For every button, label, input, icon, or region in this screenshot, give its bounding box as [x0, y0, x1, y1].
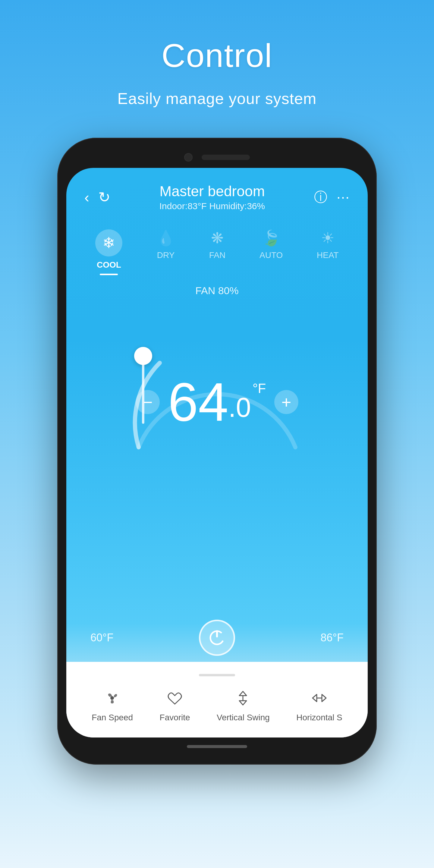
- horizontal-swing-label: Horizontal S: [296, 713, 342, 722]
- fan-icon: ❋: [211, 229, 224, 247]
- bottom-panel: Fan Speed Favorite: [66, 662, 368, 738]
- phone-mockup: ‹ ↻ Master bedroom Indoor:83°F Humidity:…: [57, 138, 377, 765]
- phone-top-bar: [66, 147, 368, 168]
- favorite-icon: [165, 688, 185, 708]
- fan-label: FAN: [209, 250, 225, 260]
- mode-tab-auto[interactable]: 🍃 AUTO: [253, 226, 289, 273]
- mode-tab-fan[interactable]: ❋ FAN: [203, 226, 231, 273]
- heat-label: HEAT: [317, 250, 339, 260]
- refresh-button[interactable]: ↻: [98, 189, 110, 206]
- mode-tab-dry[interactable]: 💧 DRY: [150, 226, 181, 273]
- temp-range-row: 60°F 86°F: [66, 620, 368, 656]
- page-header: Control Easily manage your system: [118, 36, 317, 107]
- fan-speed-label: Fan Speed: [92, 713, 133, 722]
- home-indicator: [187, 745, 247, 748]
- earpiece-speaker: [202, 155, 250, 160]
- horizontal-swing-icon: [310, 688, 329, 708]
- phone-outer: ‹ ↻ Master bedroom Indoor:83°F Humidity:…: [57, 138, 377, 765]
- drag-circle: [134, 347, 152, 365]
- back-button[interactable]: ‹: [84, 189, 89, 206]
- header-right: ⓘ ⋯: [314, 188, 350, 206]
- temperature-unit: °F: [253, 381, 266, 396]
- room-name: Master bedroom: [110, 183, 314, 199]
- mode-tabs: ❄ COOL 💧 DRY ❋ FAN 🍃 AUTO: [66, 217, 368, 279]
- front-camera: [184, 153, 193, 161]
- dry-icon: 💧: [156, 229, 175, 247]
- degree-symbol: °F: [253, 381, 266, 396]
- heat-icon: ☀: [321, 229, 335, 247]
- header-center: Master bedroom Indoor:83°F Humidity:36%: [110, 183, 314, 211]
- page-title: Control: [118, 36, 317, 74]
- menu-button[interactable]: ⋯: [336, 190, 350, 205]
- bottom-actions: Fan Speed Favorite: [79, 688, 355, 722]
- temperature-display: 64 .0 °F: [168, 375, 266, 429]
- max-temperature: 86°F: [321, 631, 344, 644]
- app-header: ‹ ↻ Master bedroom Indoor:83°F Humidity:…: [66, 168, 368, 217]
- temperature-decimal: .0: [228, 392, 251, 423]
- page-subtitle: Easily manage your system: [118, 90, 317, 107]
- vertical-swing-action[interactable]: Vertical Swing: [217, 688, 270, 722]
- phone-screen: ‹ ↻ Master bedroom Indoor:83°F Humidity:…: [66, 168, 368, 738]
- auto-label: AUTO: [259, 250, 283, 260]
- thermostat-area: FAN 80%: [66, 279, 368, 662]
- help-button[interactable]: ⓘ: [314, 188, 327, 206]
- cool-label: COOL: [97, 260, 121, 270]
- power-button[interactable]: [199, 620, 235, 656]
- mode-tab-heat[interactable]: ☀ HEAT: [311, 226, 345, 273]
- mode-tab-cool[interactable]: ❄ COOL: [89, 226, 128, 273]
- dial-container: 64 .0 °F − +: [112, 303, 322, 484]
- drag-line: [142, 364, 144, 424]
- temperature-drag-handle[interactable]: [134, 347, 152, 424]
- increase-temperature-button[interactable]: +: [274, 390, 299, 414]
- cool-icon: ❄: [95, 229, 122, 256]
- phone-bottom-bar: [66, 738, 368, 755]
- min-temperature: 60°F: [90, 631, 113, 644]
- fan-percentage: FAN 80%: [195, 285, 239, 297]
- dry-label: DRY: [157, 250, 175, 260]
- app-content: ‹ ↻ Master bedroom Indoor:83°F Humidity:…: [66, 168, 368, 738]
- bottom-handle-indicator: [199, 674, 235, 676]
- favorite-label: Favorite: [160, 713, 190, 722]
- temperature-value: 64: [168, 375, 228, 429]
- power-icon: [208, 629, 226, 647]
- horizontal-swing-action[interactable]: Horizontal S: [296, 688, 342, 722]
- fan-speed-action[interactable]: Fan Speed: [92, 688, 133, 722]
- fan-speed-icon: [102, 688, 122, 708]
- vertical-swing-icon: [233, 688, 253, 708]
- svg-point-2: [110, 696, 114, 700]
- vertical-swing-label: Vertical Swing: [217, 713, 270, 722]
- favorite-action[interactable]: Favorite: [160, 688, 190, 722]
- room-info: Indoor:83°F Humidity:36%: [110, 201, 314, 211]
- auto-icon: 🍃: [262, 229, 281, 247]
- header-left: ‹ ↻: [84, 189, 110, 206]
